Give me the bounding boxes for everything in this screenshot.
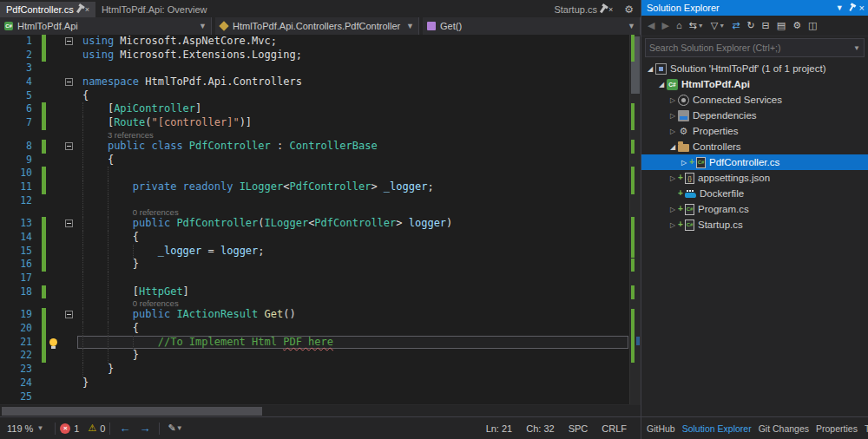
tree-item-connected-services[interactable]: ▷Connected Services	[641, 92, 868, 108]
codelens-references[interactable]: 0 references	[82, 207, 179, 217]
code-line[interactable]: 4namespace HtmlToPdf.Api.Controllers	[0, 75, 628, 89]
code-line[interactable]: 8 public class PdfController : Controlle…	[0, 140, 628, 154]
collapse-region-icon[interactable]	[65, 37, 73, 45]
codelens-line[interactable]: 0 references	[0, 298, 628, 308]
tab-pdfcontroller[interactable]: PdfController.cs ×	[0, 2, 95, 17]
code-line[interactable]: 13 public PdfController(ILogger<PdfContr…	[0, 217, 628, 231]
code-text[interactable]: }	[77, 363, 628, 377]
fold-margin[interactable]	[63, 167, 77, 180]
code-line[interactable]: 22 }	[0, 349, 628, 363]
expander-open-icon[interactable]: ◢	[645, 65, 655, 73]
code-text[interactable]: using Microsoft.AspNetCore.Mvc;	[77, 35, 628, 49]
code-text[interactable]: {	[77, 154, 628, 167]
code-text[interactable]: {	[77, 89, 628, 103]
pin-icon[interactable]	[76, 6, 82, 13]
pending-changes-filter-icon[interactable]: ▽▼	[708, 20, 727, 31]
code-line[interactable]: 16 }	[0, 258, 628, 272]
keep-open-pin-icon[interactable]	[600, 6, 606, 13]
code-text[interactable]: public IActionResult Get()	[77, 308, 628, 322]
code-text[interactable]: }	[77, 258, 628, 272]
status-line-ending[interactable]: CRLF	[602, 423, 627, 434]
fold-margin[interactable]	[63, 272, 77, 285]
fold-margin[interactable]	[63, 49, 77, 62]
project-dropdown[interactable]: HtmlToPdf.Api ▼	[0, 17, 212, 35]
warnings-icon[interactable]: ⚠	[88, 423, 96, 434]
code-text[interactable]: }	[77, 377, 628, 390]
expander-closed-icon[interactable]: ▷	[667, 112, 678, 120]
navigate-back-icon[interactable]: ←	[115, 422, 135, 435]
collapse-region-icon[interactable]	[65, 78, 73, 86]
show-all-files-icon[interactable]: ▤	[774, 20, 788, 31]
glyph-margin[interactable]	[46, 349, 63, 363]
glyph-margin[interactable]	[46, 285, 63, 299]
fold-margin[interactable]	[63, 349, 77, 363]
properties-icon[interactable]: ⚙	[790, 20, 804, 31]
code-text[interactable]	[77, 390, 628, 404]
tree-item-pdfcontroller-cs[interactable]: ▷+PdfController.cs	[641, 154, 868, 170]
fold-margin[interactable]	[63, 285, 77, 299]
code-line[interactable]: 19 public IActionResult Get()	[0, 308, 628, 322]
vertical-scrollbar[interactable]	[629, 35, 641, 404]
code-editor[interactable]: 1using Microsoft.AspNetCore.Mvc;2using M…	[0, 35, 641, 404]
tool-tab-git-changes[interactable]: Git Changes	[759, 423, 809, 434]
fold-margin[interactable]	[63, 102, 77, 116]
collapse-region-icon[interactable]	[65, 311, 73, 318]
glyph-margin[interactable]	[46, 167, 63, 180]
code-line[interactable]: 18 [HttpGet]	[0, 285, 628, 299]
error-count[interactable]: 1	[74, 423, 79, 434]
fold-margin[interactable]	[63, 62, 77, 75]
fold-margin[interactable]	[63, 89, 77, 103]
glyph-margin[interactable]	[46, 35, 63, 49]
code-text[interactable]: 3 references	[77, 130, 628, 140]
code-line[interactable]: 21 //To Implement Html PDF here	[0, 336, 628, 350]
glyph-margin[interactable]	[46, 207, 63, 217]
tree-item-appsettings-json[interactable]: ▷+appsettings.json	[641, 170, 868, 186]
edit-mode-pencil-icon[interactable]: ✎	[164, 423, 175, 434]
code-line[interactable]: 15 _logger = logger;	[0, 245, 628, 259]
glyph-margin[interactable]	[46, 336, 63, 350]
code-line[interactable]: 23 }	[0, 363, 628, 377]
glyph-margin[interactable]	[46, 363, 63, 377]
zoom-control[interactable]: 119 % ▼	[0, 423, 50, 434]
code-line[interactable]: 24}	[0, 377, 628, 390]
code-text[interactable]: [Route("[controller]")]	[77, 116, 628, 130]
fold-margin[interactable]	[63, 298, 77, 308]
expander-closed-icon[interactable]: ▷	[667, 206, 678, 213]
expander-closed-icon[interactable]: ▷	[679, 159, 689, 167]
code-text[interactable]: //To Implement Html PDF here	[77, 336, 628, 350]
code-text[interactable]: 0 references	[77, 298, 628, 308]
expander-closed-icon[interactable]: ▷	[667, 96, 678, 104]
refresh-icon[interactable]: ↻	[744, 20, 757, 31]
fold-margin[interactable]	[63, 363, 77, 377]
expander-open-icon[interactable]: ◢	[656, 81, 667, 88]
code-line[interactable]: 1using Microsoft.AspNetCore.Mvc;	[0, 35, 628, 49]
code-text[interactable]	[77, 62, 628, 75]
tree-item-controllers[interactable]: ◢Controllers	[641, 139, 868, 154]
fold-margin[interactable]	[63, 336, 77, 350]
type-dropdown[interactable]: HtmlToPdf.Api.Controllers.PdfController …	[215, 17, 419, 35]
solution-explorer-title-bar[interactable]: Solution Explorer ▼ ×	[641, 0, 868, 16]
codelens-references[interactable]: 0 references	[82, 298, 179, 308]
glyph-margin[interactable]	[46, 75, 63, 89]
preview-selected-items-icon[interactable]: ◫	[806, 20, 819, 31]
member-dropdown[interactable]: Get() ▼	[423, 17, 641, 35]
close-icon[interactable]: ×	[859, 3, 865, 13]
glyph-margin[interactable]	[46, 154, 63, 167]
code-text[interactable]: 0 references	[77, 207, 628, 217]
code-line[interactable]: 5{	[0, 89, 628, 103]
fold-margin[interactable]	[63, 245, 77, 259]
fold-margin[interactable]	[63, 217, 77, 231]
glyph-margin[interactable]	[46, 116, 63, 130]
code-line[interactable]: 25	[0, 390, 628, 404]
fold-margin[interactable]	[63, 377, 77, 390]
tool-tab-properties[interactable]: Properties	[816, 423, 858, 434]
code-line[interactable]: 7 [Route("[controller]")]	[0, 116, 628, 130]
code-line[interactable]: 6 [ApiController]	[0, 102, 628, 116]
status-spaces[interactable]: SPC	[569, 423, 589, 434]
fold-margin[interactable]	[63, 308, 77, 322]
glyph-margin[interactable]	[46, 298, 63, 308]
glyph-margin[interactable]	[46, 62, 63, 75]
collapse-region-icon[interactable]	[65, 142, 73, 150]
fold-margin[interactable]	[63, 258, 77, 272]
code-text[interactable]: public class PdfController : ControllerB…	[77, 140, 628, 154]
